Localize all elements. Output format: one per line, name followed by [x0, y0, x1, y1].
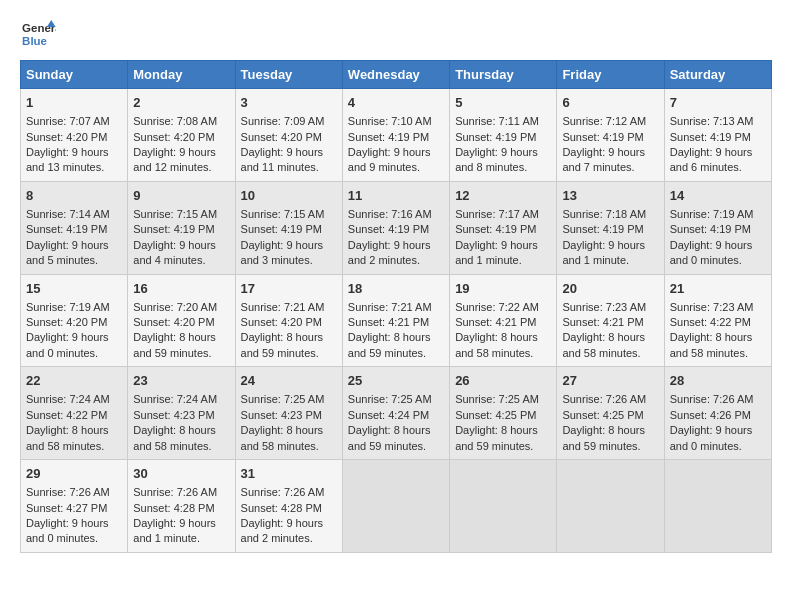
day-info-line: Sunset: 4:21 PM: [455, 315, 551, 330]
day-info-line: and 0 minutes.: [26, 346, 122, 361]
day-info-line: and 1 minute.: [133, 531, 229, 546]
day-info-line: Daylight: 9 hours: [562, 238, 658, 253]
calendar-cell: 17Sunrise: 7:21 AMSunset: 4:20 PMDayligh…: [235, 274, 342, 367]
day-info-line: Sunset: 4:19 PM: [26, 222, 122, 237]
day-info-line: Daylight: 9 hours: [241, 238, 337, 253]
day-info-line: Sunrise: 7:14 AM: [26, 207, 122, 222]
day-info-line: and 58 minutes.: [241, 439, 337, 454]
day-number: 23: [133, 372, 229, 390]
day-info-line: and 58 minutes.: [133, 439, 229, 454]
day-info-line: Daylight: 8 hours: [133, 330, 229, 345]
day-number: 24: [241, 372, 337, 390]
calendar-cell: 30Sunrise: 7:26 AMSunset: 4:28 PMDayligh…: [128, 460, 235, 553]
day-info-line: Sunrise: 7:16 AM: [348, 207, 444, 222]
day-info-line: Daylight: 8 hours: [241, 423, 337, 438]
week-row-1: 1Sunrise: 7:07 AMSunset: 4:20 PMDaylight…: [21, 89, 772, 182]
day-info-line: and 2 minutes.: [241, 531, 337, 546]
day-number: 2: [133, 94, 229, 112]
day-info-line: Sunrise: 7:15 AM: [241, 207, 337, 222]
day-number: 16: [133, 280, 229, 298]
calendar-cell: 8Sunrise: 7:14 AMSunset: 4:19 PMDaylight…: [21, 181, 128, 274]
day-info-line: Sunset: 4:21 PM: [348, 315, 444, 330]
day-info-line: Sunset: 4:19 PM: [455, 222, 551, 237]
day-info-line: Sunrise: 7:13 AM: [670, 114, 766, 129]
day-info-line: Sunset: 4:22 PM: [26, 408, 122, 423]
day-info-line: Sunrise: 7:19 AM: [26, 300, 122, 315]
day-info-line: Sunset: 4:19 PM: [562, 130, 658, 145]
day-info-line: Sunset: 4:19 PM: [241, 222, 337, 237]
day-number: 17: [241, 280, 337, 298]
day-info-line: Sunset: 4:20 PM: [241, 315, 337, 330]
day-info-line: Daylight: 9 hours: [455, 238, 551, 253]
day-info-line: Sunrise: 7:26 AM: [562, 392, 658, 407]
calendar-cell: 4Sunrise: 7:10 AMSunset: 4:19 PMDaylight…: [342, 89, 449, 182]
day-number: 7: [670, 94, 766, 112]
day-info-line: Sunrise: 7:26 AM: [241, 485, 337, 500]
day-info-line: Sunrise: 7:18 AM: [562, 207, 658, 222]
day-info-line: Sunrise: 7:07 AM: [26, 114, 122, 129]
day-info-line: Sunset: 4:25 PM: [455, 408, 551, 423]
day-info-line: Daylight: 9 hours: [241, 516, 337, 531]
day-number: 26: [455, 372, 551, 390]
day-info-line: and 8 minutes.: [455, 160, 551, 175]
day-info-line: Sunset: 4:20 PM: [133, 130, 229, 145]
calendar-cell: [557, 460, 664, 553]
day-number: 8: [26, 187, 122, 205]
day-info-line: and 58 minutes.: [26, 439, 122, 454]
day-info-line: Daylight: 9 hours: [455, 145, 551, 160]
calendar-cell: 2Sunrise: 7:08 AMSunset: 4:20 PMDaylight…: [128, 89, 235, 182]
calendar-cell: 15Sunrise: 7:19 AMSunset: 4:20 PMDayligh…: [21, 274, 128, 367]
calendar-cell: 18Sunrise: 7:21 AMSunset: 4:21 PMDayligh…: [342, 274, 449, 367]
logo: General Blue: [20, 20, 56, 50]
day-header-sunday: Sunday: [21, 61, 128, 89]
day-info-line: Sunset: 4:24 PM: [348, 408, 444, 423]
calendar-cell: 11Sunrise: 7:16 AMSunset: 4:19 PMDayligh…: [342, 181, 449, 274]
svg-text:Blue: Blue: [22, 35, 47, 47]
day-info-line: and 4 minutes.: [133, 253, 229, 268]
day-info-line: Sunrise: 7:23 AM: [562, 300, 658, 315]
day-info-line: and 7 minutes.: [562, 160, 658, 175]
day-info-line: Sunrise: 7:25 AM: [348, 392, 444, 407]
day-info-line: and 0 minutes.: [670, 253, 766, 268]
calendar-cell: 12Sunrise: 7:17 AMSunset: 4:19 PMDayligh…: [450, 181, 557, 274]
calendar-cell: 31Sunrise: 7:26 AMSunset: 4:28 PMDayligh…: [235, 460, 342, 553]
day-info-line: Sunrise: 7:17 AM: [455, 207, 551, 222]
day-info-line: Sunset: 4:28 PM: [133, 501, 229, 516]
day-info-line: and 13 minutes.: [26, 160, 122, 175]
day-info-line: Sunset: 4:28 PM: [241, 501, 337, 516]
day-info-line: and 5 minutes.: [26, 253, 122, 268]
day-number: 12: [455, 187, 551, 205]
day-header-thursday: Thursday: [450, 61, 557, 89]
day-info-line: Daylight: 9 hours: [562, 145, 658, 160]
day-info-line: Sunrise: 7:26 AM: [26, 485, 122, 500]
week-row-4: 22Sunrise: 7:24 AMSunset: 4:22 PMDayligh…: [21, 367, 772, 460]
day-header-wednesday: Wednesday: [342, 61, 449, 89]
day-number: 6: [562, 94, 658, 112]
day-info-line: and 9 minutes.: [348, 160, 444, 175]
calendar-cell: 14Sunrise: 7:19 AMSunset: 4:19 PMDayligh…: [664, 181, 771, 274]
day-info-line: Sunrise: 7:26 AM: [670, 392, 766, 407]
day-info-line: Sunset: 4:21 PM: [562, 315, 658, 330]
day-info-line: Sunset: 4:20 PM: [241, 130, 337, 145]
day-number: 22: [26, 372, 122, 390]
day-info-line: and 58 minutes.: [670, 346, 766, 361]
day-info-line: Daylight: 9 hours: [670, 423, 766, 438]
day-info-line: Daylight: 9 hours: [348, 238, 444, 253]
day-info-line: Sunset: 4:23 PM: [133, 408, 229, 423]
day-info-line: Daylight: 8 hours: [670, 330, 766, 345]
day-number: 18: [348, 280, 444, 298]
calendar-cell: 19Sunrise: 7:22 AMSunset: 4:21 PMDayligh…: [450, 274, 557, 367]
day-info-line: and 2 minutes.: [348, 253, 444, 268]
week-row-2: 8Sunrise: 7:14 AMSunset: 4:19 PMDaylight…: [21, 181, 772, 274]
day-header-friday: Friday: [557, 61, 664, 89]
day-info-line: and 59 minutes.: [348, 346, 444, 361]
day-info-line: and 59 minutes.: [348, 439, 444, 454]
calendar-cell: 25Sunrise: 7:25 AMSunset: 4:24 PMDayligh…: [342, 367, 449, 460]
day-info-line: and 58 minutes.: [455, 346, 551, 361]
week-row-5: 29Sunrise: 7:26 AMSunset: 4:27 PMDayligh…: [21, 460, 772, 553]
day-header-tuesday: Tuesday: [235, 61, 342, 89]
day-info-line: Sunset: 4:19 PM: [348, 222, 444, 237]
calendar-cell: 10Sunrise: 7:15 AMSunset: 4:19 PMDayligh…: [235, 181, 342, 274]
day-number: 21: [670, 280, 766, 298]
day-info-line: and 0 minutes.: [26, 531, 122, 546]
